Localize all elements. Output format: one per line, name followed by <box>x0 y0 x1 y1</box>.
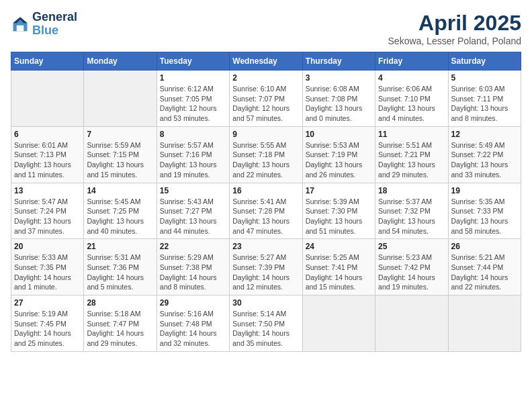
calendar-cell: 2Sunrise: 6:10 AMSunset: 7:07 PMDaylight… <box>230 71 302 127</box>
day-info: Sunrise: 6:10 AMSunset: 7:07 PMDaylight:… <box>232 84 299 124</box>
day-number: 13 <box>14 186 81 195</box>
logo-line1: General <box>32 11 77 24</box>
day-info: Sunrise: 5:57 AMSunset: 7:16 PMDaylight:… <box>160 140 226 180</box>
calendar-week-row: 13Sunrise: 5:47 AMSunset: 7:24 PMDayligh… <box>11 183 521 239</box>
day-info: Sunrise: 5:39 AMSunset: 7:30 PMDaylight:… <box>306 197 372 236</box>
day-number: 1 <box>160 73 226 83</box>
day-info: Sunrise: 5:14 AMSunset: 7:50 PMDaylight:… <box>232 309 299 349</box>
calendar-body: 1Sunrise: 6:12 AMSunset: 7:05 PMDaylight… <box>11 71 521 352</box>
month-title: April 2025 <box>388 11 521 36</box>
day-number: 22 <box>160 242 226 251</box>
day-info: Sunrise: 5:51 AMSunset: 7:21 PMDaylight:… <box>378 140 445 180</box>
day-info: Sunrise: 5:29 AMSunset: 7:38 PMDaylight:… <box>160 253 226 292</box>
calendar-cell: 6Sunrise: 6:01 AMSunset: 7:13 PMDaylight… <box>11 126 84 183</box>
day-number: 25 <box>378 242 445 251</box>
calendar-cell: 15Sunrise: 5:43 AMSunset: 7:27 PMDayligh… <box>157 183 229 239</box>
calendar-cell: 12Sunrise: 5:49 AMSunset: 7:22 PMDayligh… <box>448 126 521 183</box>
day-number: 8 <box>160 130 226 139</box>
calendar-cell: 27Sunrise: 5:19 AMSunset: 7:45 PMDayligh… <box>11 295 84 352</box>
calendar-cell: 1Sunrise: 6:12 AMSunset: 7:05 PMDaylight… <box>157 71 229 127</box>
day-info: Sunrise: 6:03 AMSunset: 7:11 PMDaylight:… <box>451 84 518 124</box>
calendar-cell <box>84 71 157 127</box>
weekday-header: Sunday <box>11 52 84 71</box>
day-number: 17 <box>306 186 372 195</box>
calendar-week-row: 1Sunrise: 6:12 AMSunset: 7:05 PMDaylight… <box>11 71 521 127</box>
day-info: Sunrise: 5:25 AMSunset: 7:41 PMDaylight:… <box>306 253 372 292</box>
day-info: Sunrise: 5:37 AMSunset: 7:32 PMDaylight:… <box>378 197 445 236</box>
logo: General Blue <box>11 11 77 38</box>
weekday-row: SundayMondayTuesdayWednesdayThursdayFrid… <box>11 52 521 71</box>
calendar-cell <box>375 295 448 352</box>
weekday-header: Wednesday <box>230 52 302 71</box>
day-info: Sunrise: 5:45 AMSunset: 7:25 PMDaylight:… <box>87 197 153 236</box>
calendar-cell: 3Sunrise: 6:08 AMSunset: 7:08 PMDaylight… <box>302 71 375 127</box>
day-info: Sunrise: 5:16 AMSunset: 7:48 PMDaylight:… <box>160 309 226 349</box>
day-number: 11 <box>378 130 445 139</box>
calendar-cell: 28Sunrise: 5:18 AMSunset: 7:47 PMDayligh… <box>84 295 157 352</box>
logo-line2: Blue <box>32 24 77 38</box>
day-number: 26 <box>451 242 518 251</box>
weekday-header: Saturday <box>448 52 521 71</box>
day-info: Sunrise: 5:43 AMSunset: 7:27 PMDaylight:… <box>160 197 226 236</box>
calendar-week-row: 6Sunrise: 6:01 AMSunset: 7:13 PMDaylight… <box>11 126 521 183</box>
calendar-cell: 19Sunrise: 5:35 AMSunset: 7:33 PMDayligh… <box>448 183 521 239</box>
day-info: Sunrise: 6:06 AMSunset: 7:10 PMDaylight:… <box>378 84 445 124</box>
day-info: Sunrise: 5:19 AMSunset: 7:45 PMDaylight:… <box>14 309 81 349</box>
calendar-cell: 30Sunrise: 5:14 AMSunset: 7:50 PMDayligh… <box>230 295 302 352</box>
day-number: 14 <box>87 186 153 195</box>
calendar-cell: 9Sunrise: 5:55 AMSunset: 7:18 PMDaylight… <box>230 126 302 183</box>
location-subtitle: Sekowa, Lesser Poland, Poland <box>388 36 521 46</box>
calendar-cell: 22Sunrise: 5:29 AMSunset: 7:38 PMDayligh… <box>157 239 229 295</box>
day-info: Sunrise: 5:47 AMSunset: 7:24 PMDaylight:… <box>14 197 81 236</box>
day-info: Sunrise: 5:59 AMSunset: 7:15 PMDaylight:… <box>87 140 153 180</box>
calendar-cell <box>448 295 521 352</box>
day-number: 5 <box>451 73 518 83</box>
day-number: 16 <box>232 186 299 195</box>
day-info: Sunrise: 5:55 AMSunset: 7:18 PMDaylight:… <box>232 140 299 180</box>
calendar-cell: 14Sunrise: 5:45 AMSunset: 7:25 PMDayligh… <box>84 183 157 239</box>
calendar-cell: 17Sunrise: 5:39 AMSunset: 7:30 PMDayligh… <box>302 183 375 239</box>
calendar-cell: 29Sunrise: 5:16 AMSunset: 7:48 PMDayligh… <box>157 295 229 352</box>
day-info: Sunrise: 5:49 AMSunset: 7:22 PMDaylight:… <box>451 140 518 180</box>
calendar-cell <box>302 295 375 352</box>
svg-rect-2 <box>17 26 24 32</box>
day-number: 12 <box>451 130 518 139</box>
calendar-cell: 26Sunrise: 5:21 AMSunset: 7:44 PMDayligh… <box>448 239 521 295</box>
day-number: 29 <box>160 298 226 308</box>
weekday-header: Tuesday <box>157 52 229 71</box>
page-header: General Blue April 2025 Sekowa, Lesser P… <box>11 11 521 46</box>
calendar-cell: 21Sunrise: 5:31 AMSunset: 7:36 PMDayligh… <box>84 239 157 295</box>
day-number: 18 <box>378 186 445 195</box>
day-number: 28 <box>87 298 153 308</box>
day-info: Sunrise: 5:31 AMSunset: 7:36 PMDaylight:… <box>87 253 153 292</box>
day-info: Sunrise: 5:27 AMSunset: 7:39 PMDaylight:… <box>232 253 299 292</box>
calendar-cell: 16Sunrise: 5:41 AMSunset: 7:28 PMDayligh… <box>230 183 302 239</box>
day-number: 3 <box>306 73 372 83</box>
calendar-cell: 18Sunrise: 5:37 AMSunset: 7:32 PMDayligh… <box>375 183 448 239</box>
calendar-cell: 4Sunrise: 6:06 AMSunset: 7:10 PMDaylight… <box>375 71 448 127</box>
weekday-header: Friday <box>375 52 448 71</box>
calendar-cell: 10Sunrise: 5:53 AMSunset: 7:19 PMDayligh… <box>302 126 375 183</box>
calendar-cell: 7Sunrise: 5:59 AMSunset: 7:15 PMDaylight… <box>84 126 157 183</box>
logo-text: General Blue <box>32 11 77 38</box>
calendar-week-row: 20Sunrise: 5:33 AMSunset: 7:35 PMDayligh… <box>11 239 521 295</box>
calendar-cell <box>11 71 84 127</box>
day-number: 23 <box>232 242 299 251</box>
day-info: Sunrise: 6:01 AMSunset: 7:13 PMDaylight:… <box>14 140 81 180</box>
calendar-cell: 25Sunrise: 5:23 AMSunset: 7:42 PMDayligh… <box>375 239 448 295</box>
day-info: Sunrise: 6:08 AMSunset: 7:08 PMDaylight:… <box>306 84 372 124</box>
calendar-cell: 11Sunrise: 5:51 AMSunset: 7:21 PMDayligh… <box>375 126 448 183</box>
day-number: 27 <box>14 298 81 308</box>
calendar-cell: 5Sunrise: 6:03 AMSunset: 7:11 PMDaylight… <box>448 71 521 127</box>
calendar-week-row: 27Sunrise: 5:19 AMSunset: 7:45 PMDayligh… <box>11 295 521 352</box>
day-number: 7 <box>87 130 153 139</box>
day-info: Sunrise: 6:12 AMSunset: 7:05 PMDaylight:… <box>160 84 226 124</box>
day-info: Sunrise: 5:23 AMSunset: 7:42 PMDaylight:… <box>378 253 445 292</box>
day-number: 9 <box>232 130 299 139</box>
logo-icon <box>11 15 30 34</box>
day-number: 30 <box>232 298 299 308</box>
day-info: Sunrise: 5:35 AMSunset: 7:33 PMDaylight:… <box>451 197 518 236</box>
calendar-cell: 8Sunrise: 5:57 AMSunset: 7:16 PMDaylight… <box>157 126 229 183</box>
calendar-cell: 24Sunrise: 5:25 AMSunset: 7:41 PMDayligh… <box>302 239 375 295</box>
day-number: 15 <box>160 186 226 195</box>
